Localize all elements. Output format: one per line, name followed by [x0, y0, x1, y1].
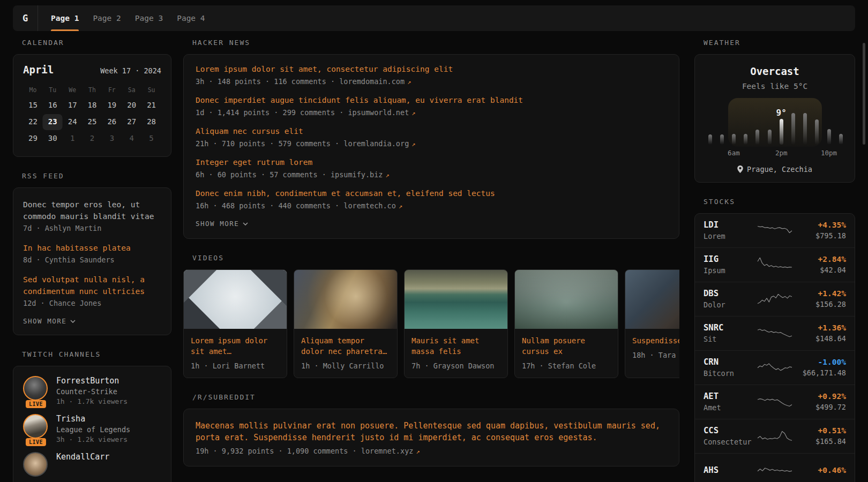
hackernews-show-more-button[interactable]: SHOW MORE	[196, 220, 667, 228]
rss-item: Sed volutpat nulla nisl, a condimentum n…	[23, 274, 161, 307]
calendar-day: 28	[141, 114, 161, 130]
stock-row[interactable]: DBSDolor+1.42%$156.28	[695, 282, 855, 316]
calendar-day-number: 22	[28, 117, 38, 126]
rss-item-title[interactable]: Donec tempor eros leo, ut commodo mauris…	[23, 199, 161, 222]
twitch-channel-meta: 3h · 1.2k viewers	[56, 435, 130, 443]
hackernews-item-title[interactable]: Donec imperdiet augue tincidunt felis al…	[196, 95, 667, 106]
video-card[interactable]: Aliquam tempor dolor nec pharetra…1h · M…	[294, 269, 398, 378]
hackernews-item-meta: 1d · 1,414 points · 299 comments · ipsum…	[196, 108, 667, 118]
hackernews-item-title[interactable]: Aliquam nec cursus elit	[196, 126, 667, 137]
weather-bar	[744, 134, 747, 145]
stock-row[interactable]: SNRCSit+1.36%$148.64	[695, 316, 855, 350]
video-card[interactable]: Lorem ipsum dolor sit amet consectetu…1h…	[183, 269, 287, 378]
stock-price: $499.72	[792, 403, 846, 411]
calendar-weekday: Tu	[43, 83, 63, 97]
video-title[interactable]: Mauris sit amet massa felis	[411, 335, 500, 357]
stocks-section: STOCKS LDILorem+4.35%$795.18IIGIpsum+2.8…	[694, 198, 855, 482]
weather-bar	[708, 134, 712, 145]
twitch-avatar-wrap: LIVE	[23, 376, 49, 405]
video-title[interactable]: Lorem ipsum dolor sit amet consectetu…	[191, 335, 280, 357]
external-link-icon[interactable]: ↗	[399, 202, 402, 210]
avatar	[23, 376, 48, 401]
stock-name: Consectetur	[704, 438, 757, 446]
stock-ticker: CRN	[704, 357, 757, 367]
weather-widget: Overcast Feels like 5°C 9° Prague, Czech…	[694, 54, 855, 183]
stock-row[interactable]: LDILorem+4.35%$795.18	[695, 214, 855, 247]
external-link-icon[interactable]: ↗	[411, 109, 415, 117]
app-logo[interactable]: G	[13, 5, 38, 31]
twitch-channel-info: TrishaLeague of Legends3h · 1.2k viewers	[56, 414, 130, 443]
calendar-day-number: 28	[147, 117, 156, 126]
weather-section-label: WEATHER	[704, 39, 855, 47]
stock-left: SNRCSit	[704, 323, 757, 343]
video-title[interactable]: Aliquam tempor dolor nec pharetra…	[301, 335, 390, 357]
avatar	[23, 452, 48, 477]
hackernews-item: Donec enim nibh, condimentum et accumsan…	[196, 189, 667, 211]
calendar-month: April	[23, 64, 54, 76]
video-card-body: Nullam posuere cursus ex17h · Stefan Col…	[515, 329, 618, 378]
stock-left: DBSDolor	[704, 289, 757, 309]
calendar-day-number: 18	[88, 101, 97, 109]
page-scrollbar-thumb[interactable]	[863, 43, 865, 145]
calendar-day-number: 4	[129, 134, 133, 142]
tab-page-4[interactable]: Page 4	[177, 5, 205, 31]
calendar-day: 19	[102, 97, 122, 114]
weather-feels-like: Feels like 5°C	[695, 82, 855, 91]
subreddit-post-title[interactable]: Maecenas mollis pulvinar erat non posuer…	[196, 420, 667, 443]
external-link-icon[interactable]: ↗	[416, 448, 420, 455]
stock-row[interactable]: CCSConsectetur+0.51%$165.84	[695, 419, 855, 453]
stock-name: Sit	[704, 335, 757, 343]
weather-bar-current	[780, 119, 783, 145]
calendar-day: 25	[83, 114, 102, 130]
external-link-icon[interactable]: ↗	[386, 171, 390, 179]
stock-change: +2.84%	[792, 255, 846, 263]
stock-row[interactable]: IIGIpsum+2.84%$42.04	[695, 247, 855, 282]
twitch-channel-row[interactable]: LIVEForrestBurtonCounter-Strike1h · 1.7k…	[23, 376, 161, 405]
calendar-day: 3	[102, 130, 122, 147]
hackernews-item-title[interactable]: Integer eget rutrum lorem	[196, 157, 667, 168]
hackernews-item-meta: 3h · 148 points · 116 comments · loremdo…	[196, 77, 667, 87]
weather-bar	[839, 134, 843, 145]
weather-bar	[768, 130, 772, 145]
page-tabs: Page 1Page 2Page 3Page 4	[38, 5, 219, 31]
hackernews-section-label: HACKER NEWS	[192, 39, 679, 47]
weather-bar	[791, 113, 795, 145]
video-thumbnail	[405, 270, 507, 329]
stock-row[interactable]: AHS+0.46%	[695, 453, 855, 482]
hackernews-item-title[interactable]: Lorem ipsum dolor sit amet, consectetur …	[196, 64, 667, 74]
twitch-channel-game: Counter-Strike	[56, 387, 128, 396]
calendar-day: 20	[122, 97, 141, 114]
stock-row[interactable]: CRNBitcorn-1.00%$66,171.48	[695, 350, 855, 385]
video-title[interactable]: Nullam posuere cursus ex	[522, 335, 611, 357]
video-title[interactable]: Suspendisse diam	[632, 335, 679, 346]
calendar-day-number: 15	[28, 101, 38, 109]
subreddit-section: /R/SUBREDDIT Maecenas mollis pulvinar er…	[183, 393, 679, 466]
tab-page-2[interactable]: Page 2	[93, 5, 121, 31]
rss-item-title[interactable]: In hac habitasse platea	[23, 242, 161, 254]
video-card[interactable]: Suspendisse diam18h · Tara	[625, 269, 679, 378]
twitch-channel-game: League of Legends	[56, 425, 130, 434]
video-card[interactable]: Mauris sit amet massa felis7h · Grayson …	[404, 269, 508, 378]
rss-item-title[interactable]: Sed volutpat nulla nisl, a condimentum n…	[23, 274, 161, 297]
twitch-channel-row[interactable]: LIVETrishaLeague of Legends3h · 1.2k vie…	[23, 414, 161, 443]
video-card-row: Lorem ipsum dolor sit amet consectetu…1h…	[183, 269, 679, 378]
video-card[interactable]: Nullam posuere cursus ex17h · Stefan Col…	[514, 269, 618, 378]
tab-page-3[interactable]: Page 3	[135, 5, 163, 31]
stock-row[interactable]: AETAmet+0.92%$499.72	[695, 385, 855, 419]
rss-item-meta: 12d · Chance Jones	[23, 299, 161, 307]
calendar-weekday: We	[63, 83, 83, 97]
hackernews-item-title[interactable]: Donec enim nibh, condimentum et accumsan…	[196, 189, 667, 199]
calendar-section-label: CALENDAR	[22, 39, 171, 47]
rss-show-more-button[interactable]: SHOW MORE	[23, 317, 161, 325]
tab-page-1[interactable]: Page 1	[51, 5, 79, 31]
dashboard-screen: G Page 1Page 2Page 3Page 4 CALENDAR Apri…	[0, 0, 868, 482]
stock-change: +0.92%	[792, 392, 846, 401]
external-link-icon[interactable]: ↗	[407, 78, 411, 86]
stock-left: AETAmet	[704, 391, 757, 412]
calendar-day: 30	[43, 130, 63, 147]
twitch-channel-row[interactable]: KendallCarr	[23, 452, 161, 477]
external-link-icon[interactable]: ↗	[411, 140, 415, 148]
stock-right: +4.35%$795.18	[792, 221, 846, 240]
rss-section: RSS FEED Donec tempor eros leo, ut commo…	[13, 172, 171, 335]
weather-time-label: 10pm	[821, 149, 837, 157]
